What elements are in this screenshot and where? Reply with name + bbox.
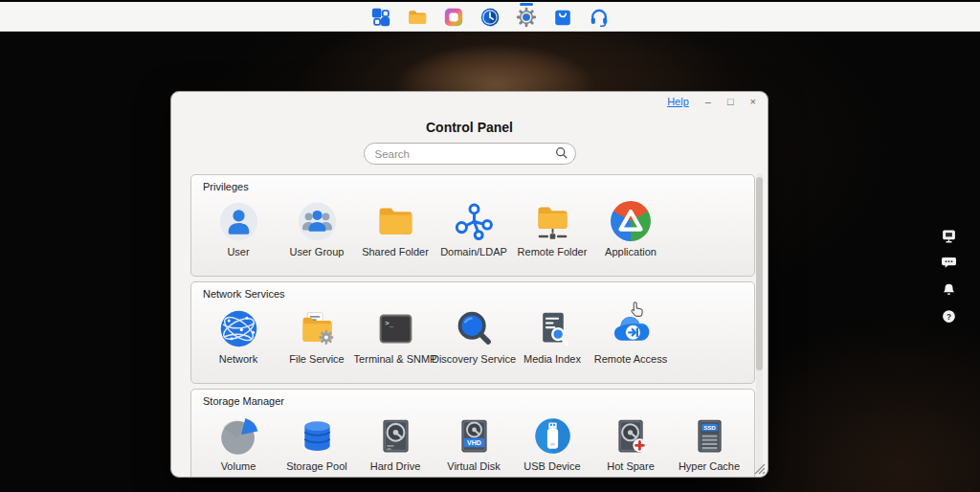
app-item-usb-device[interactable]: USB Device: [513, 413, 591, 472]
app-item-virtual-disk[interactable]: VHDVirtual Disk: [434, 413, 513, 472]
app-item-label: Discovery Service: [432, 353, 516, 365]
volume-icon: [217, 413, 260, 458]
notifications-bell-icon[interactable]: [940, 280, 957, 298]
user-icon: [217, 198, 260, 244]
topbar: [0, 2, 980, 32]
sections: PrivilegesUserUser GroupShared FolderDom…: [190, 174, 755, 478]
maximize-button[interactable]: □: [727, 97, 734, 107]
help-link[interactable]: Help: [667, 96, 689, 107]
dock: [369, 2, 611, 32]
app-item-network[interactable]: Network: [199, 305, 278, 365]
hot-spare-icon: [610, 413, 653, 458]
minimize-button[interactable]: –: [705, 97, 711, 107]
app-item-label: Virtual Disk: [447, 460, 500, 472]
app-item-discovery-service[interactable]: Discovery Service: [434, 305, 513, 365]
hard-drive-icon: [374, 413, 417, 458]
app-item-label: User Group: [290, 246, 345, 257]
window-controls: Help – □ ×: [667, 96, 756, 107]
app-item-user-group[interactable]: User Group: [278, 198, 356, 257]
svg-text:VHD: VHD: [467, 438, 481, 445]
app-item-label: Media Index: [523, 353, 581, 365]
section-title: Storage Manager: [203, 395, 284, 407]
network-icon: [217, 305, 260, 351]
terminal-snmp-icon: >_: [374, 305, 417, 351]
main-menu-icon[interactable]: [369, 2, 392, 32]
app-item-shared-folder[interactable]: Shared Folder: [356, 198, 434, 257]
section-title: Privileges: [203, 181, 249, 192]
app-item-hard-drive[interactable]: Hard Drive: [356, 413, 434, 472]
app-item-label: Shared Folder: [362, 246, 429, 257]
domain-ldap-icon: [453, 198, 496, 244]
app-item-user[interactable]: User: [199, 198, 278, 257]
section-title: Network Services: [203, 288, 285, 300]
svg-text:>_: >_: [385, 319, 394, 327]
svg-text:SSD: SSD: [703, 423, 716, 430]
scrollbar-track[interactable]: [756, 173, 763, 472]
help-question-icon[interactable]: ?: [940, 307, 957, 324]
app-center-icon[interactable]: [551, 2, 574, 32]
search-box: [364, 143, 576, 165]
app-item-label: File Service: [289, 353, 344, 365]
usb-device-icon: [531, 413, 574, 458]
resize-handle-icon[interactable]: [751, 460, 766, 475]
remote-access-icon: [610, 305, 653, 351]
remote-display-icon[interactable]: [940, 227, 957, 244]
app-item-label: Remote Folder: [518, 246, 588, 257]
app-item-volume[interactable]: Volume: [199, 413, 278, 472]
shared-folder-icon: [374, 198, 417, 244]
screen: Help – □ × Control Panel PrivilegesUserU…: [0, 0, 980, 492]
media-index-icon: [531, 305, 574, 351]
scrollbar-thumb[interactable]: [756, 177, 763, 370]
application-icon: [611, 198, 651, 244]
user-group-icon: [296, 198, 339, 244]
app-item-terminal-snmp[interactable]: >_Terminal & SNMP: [356, 305, 434, 365]
app-item-label: User: [227, 246, 249, 257]
page-title: Control Panel: [171, 120, 768, 135]
app-item-label: Application: [605, 246, 657, 257]
remote-folder-icon: [531, 198, 574, 244]
svg-text:?: ?: [946, 312, 950, 321]
app-item-label: Domain/LDAP: [440, 246, 507, 257]
discovery-service-icon: [453, 305, 496, 351]
file-service-icon: [296, 305, 339, 351]
clock-icon[interactable]: [479, 2, 501, 32]
search-icon: [555, 146, 568, 164]
section-storage-manager: Storage ManagerVolumeStorage PoolHard Dr…: [190, 389, 755, 478]
app-item-label: USB Device: [523, 460, 580, 472]
app-item-label: Network: [219, 353, 257, 365]
storage-pool-icon: [296, 413, 339, 458]
close-button[interactable]: ×: [750, 97, 756, 107]
feedback-chat-icon[interactable]: [940, 254, 957, 271]
app-item-hot-spare[interactable]: Hot Spare: [591, 413, 670, 472]
app-item-label: Remote Access: [594, 353, 667, 365]
app-item-remote-folder[interactable]: Remote Folder: [513, 198, 591, 257]
app-item-domain-ldap[interactable]: Domain/LDAP: [434, 198, 513, 257]
app-item-storage-pool[interactable]: Storage Pool: [278, 413, 356, 472]
multimedia-icon[interactable]: [442, 2, 465, 32]
app-item-file-service[interactable]: File Service: [278, 305, 356, 365]
app-item-remote-access[interactable]: Remote Access: [591, 305, 670, 365]
app-item-application[interactable]: Application: [591, 198, 670, 257]
file-station-icon[interactable]: [406, 2, 429, 32]
app-item-media-index[interactable]: Media Index: [513, 305, 591, 365]
control-panel-window: Help – □ × Control Panel PrivilegesUserU…: [170, 91, 768, 478]
section-privileges: PrivilegesUserUser GroupShared FolderDom…: [190, 174, 755, 277]
virtual-disk-icon: VHD: [453, 413, 496, 458]
hyper-cache-icon: SSD: [688, 413, 731, 458]
app-item-hyper-cache[interactable]: SSDHyper Cache: [670, 413, 748, 472]
control-panel-icon[interactable]: [515, 2, 538, 32]
app-item-label: Storage Pool: [286, 460, 347, 472]
app-item-label: Terminal & SNMP: [354, 353, 437, 365]
app-item-label: Hot Spare: [607, 460, 655, 472]
app-item-label: Volume: [221, 460, 256, 472]
quickbar: ?: [940, 227, 957, 324]
support-headset-icon[interactable]: [588, 2, 611, 32]
search-input[interactable]: [364, 143, 576, 165]
app-item-label: Hyper Cache: [679, 460, 740, 472]
app-item-label: Hard Drive: [370, 460, 421, 472]
section-network-services: Network ServicesNetworkFile Service>_Ter…: [190, 281, 755, 384]
